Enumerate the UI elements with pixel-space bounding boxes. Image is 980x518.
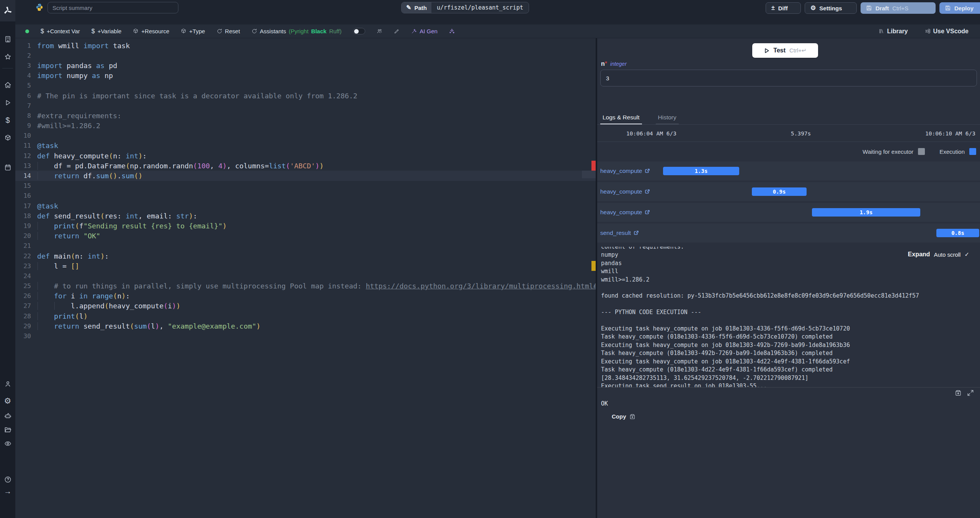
audit-eye-icon[interactable] [0, 437, 15, 450]
line-number: 9 [15, 122, 37, 129]
argument-label: n*integer [601, 60, 627, 67]
ruler-error-mark [591, 161, 596, 171]
deploy-button[interactable]: Deploy [939, 2, 980, 14]
test-shortcut: Ctrl+↵ [789, 47, 807, 54]
code-line: 2 [15, 50, 596, 60]
library-icon [879, 28, 884, 34]
line-number: 2 [15, 52, 37, 59]
format-code-icon[interactable] [394, 28, 400, 34]
variables-icon[interactable]: $ [0, 113, 15, 127]
timeline-task-link[interactable]: heavy_compute [600, 203, 650, 222]
gear-icon: ⚙ [810, 5, 816, 11]
runs-icon[interactable] [0, 96, 15, 109]
assistant-black: Black [311, 28, 327, 34]
folders-icon[interactable] [0, 423, 15, 437]
legend-execution-label: Execution [939, 148, 965, 155]
log-lines: content of requirements:numpypandaswmill… [597, 247, 980, 388]
add-context-var-button[interactable]: $+Context Var [41, 28, 80, 34]
assistant-toggle[interactable] [353, 28, 365, 34]
log-line [601, 300, 976, 308]
autoscroll-toggle[interactable]: Auto scroll [934, 251, 960, 258]
log-line: Task heavy_compute (018e1303-4d22-4e9f-4… [601, 366, 976, 374]
sparkles-icon[interactable] [449, 28, 455, 34]
timeline-legend: Waiting for executor Execution [597, 144, 980, 159]
legend-waiting-label: Waiting for executor [862, 148, 913, 155]
code-line: 21 [15, 241, 596, 251]
line-number: 27 [15, 302, 37, 309]
log-line: Executing task heavy_compute on job 018e… [601, 325, 976, 333]
code-line: 16 [15, 191, 596, 201]
refresh-icon [252, 28, 257, 34]
multiplayer-users-icon[interactable] [377, 28, 382, 34]
reset-button[interactable]: Reset [217, 28, 240, 34]
line-number: 17 [15, 202, 37, 210]
script-summary-input[interactable] [47, 2, 178, 13]
tab-history[interactable]: History [656, 110, 679, 124]
code-line: 7 [15, 101, 596, 111]
log-line: [28.348434282735113, 31.625429237520784,… [601, 374, 976, 382]
windmill-logo[interactable] [0, 0, 15, 21]
diff-button[interactable]: ±Diff [766, 2, 801, 14]
ai-gen-button[interactable]: AI Gen [411, 28, 438, 34]
argument-n-input[interactable] [600, 70, 977, 86]
code-line: 20 return "OK" [15, 231, 596, 241]
workers-robot-icon[interactable] [0, 409, 15, 422]
code-line: 18def send_result(res: int, email: str): [15, 211, 596, 221]
path-chip[interactable]: ✎Path u/rfiszel/pleasant_script [401, 2, 529, 13]
collapse-arrow-icon[interactable]: → [0, 484, 15, 498]
code-line: 14 return df.sum().sum() [15, 171, 596, 181]
line-number: 25 [15, 282, 37, 290]
code-editor[interactable]: 1from wmill import task23import pandas a… [15, 38, 596, 518]
line-number: 1 [15, 42, 37, 49]
expand-logs-button[interactable]: Expand [908, 251, 930, 258]
copy-result-icon[interactable] [955, 389, 962, 396]
log-line [601, 284, 976, 292]
settings-button[interactable]: ⚙Settings [805, 2, 857, 14]
execution-bar: 1.9s [812, 208, 920, 217]
schedules-icon[interactable] [0, 160, 15, 174]
line-number: 8 [15, 112, 37, 119]
python-language-icon [35, 3, 44, 11]
run-panel: Test Ctrl+↵ n*integer Logs & Result Hist… [597, 38, 980, 518]
path-label: Path [414, 5, 427, 11]
result-tabs: Logs & Result History [597, 110, 980, 125]
add-resource-button[interactable]: +Resource [133, 28, 169, 34]
favorites-icon[interactable] [0, 50, 15, 64]
timeline-row: heavy_compute1.9s [597, 203, 980, 222]
log-line: Executing task heavy_compute on job 018e… [601, 341, 976, 349]
log-output[interactable]: content of requirements:numpypandaswmill… [597, 247, 980, 388]
line-number: 5 [15, 82, 37, 89]
play-icon [764, 48, 769, 54]
code-line: 19 print(f"Sending result {res} to {emai… [15, 221, 596, 231]
clipboard-icon [629, 414, 635, 420]
workspace-icon[interactable] [0, 32, 15, 46]
home-icon[interactable] [0, 78, 15, 92]
draft-button[interactable]: Draft Ctrl+S [861, 2, 936, 14]
execution-bar: 1.3s [663, 167, 739, 175]
package-icon [181, 28, 186, 34]
line-number: 18 [15, 212, 37, 220]
use-vscode-button[interactable]: Use VScode [925, 28, 969, 35]
code-line: 13 df = pd.DataFrame(np.random.randn(100… [15, 161, 596, 171]
resources-icon[interactable] [0, 131, 15, 145]
user-icon[interactable] [0, 377, 15, 391]
tab-logs-result[interactable]: Logs & Result [600, 110, 642, 124]
dollar-icon: $ [41, 28, 44, 34]
assistants-button[interactable]: Assistants (Pyright Black Ruff) [252, 28, 341, 34]
add-variable-button[interactable]: $+Variable [91, 28, 122, 34]
timeline-task-link[interactable]: send_result [600, 223, 639, 243]
library-button[interactable]: Library [879, 28, 908, 35]
copy-result-button[interactable]: Copy [612, 413, 635, 420]
settings-gear-icon[interactable]: ⚙ [0, 394, 15, 407]
test-button[interactable]: Test Ctrl+↵ [752, 43, 818, 58]
add-type-button[interactable]: +Type [181, 28, 205, 34]
fullscreen-icon[interactable] [967, 389, 974, 396]
refresh-icon [217, 28, 222, 34]
line-number: 22 [15, 252, 37, 260]
timeline-task-link[interactable]: heavy_compute [600, 161, 650, 181]
code-line: 22def main(n: int): [15, 251, 596, 261]
timeline-task-link[interactable]: heavy_compute [600, 182, 650, 201]
path-value: u/rfiszel/pleasant_script [431, 2, 529, 13]
code-line: 24 [15, 271, 596, 281]
code-line: 1from wmill import task [15, 41, 596, 50]
